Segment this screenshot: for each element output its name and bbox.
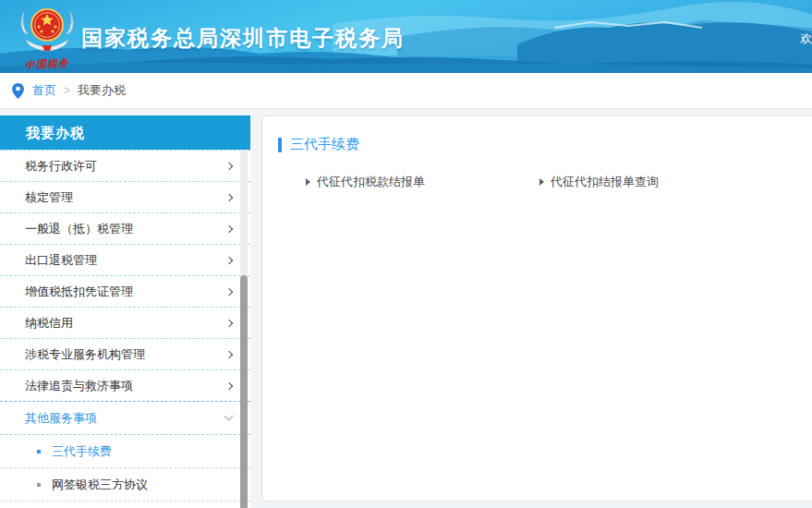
site-title: 国家税务总局深圳市电子税务局 <box>81 24 405 53</box>
sidebar-item-label: 出口退税管理 <box>25 252 97 269</box>
sidebar-scrollbar[interactable] <box>240 151 248 508</box>
sidebar-item-label: 核定管理 <box>25 189 73 206</box>
sidebar-subitem-label: 网签银税三方协议 <box>52 477 148 493</box>
sidebar-item-general-refund[interactable]: 一般退（抵）税管理 <box>0 212 250 244</box>
sidebar-item-label: 增值税抵扣凭证管理 <box>25 284 133 300</box>
chevron-right-icon <box>225 381 233 389</box>
bullet-icon <box>37 483 41 487</box>
breadcrumb-separator-icon: > <box>64 84 70 97</box>
sidebar-item-tax-admin-license[interactable]: 税务行政许可 <box>0 150 250 181</box>
chevron-right-icon <box>225 319 233 326</box>
link-withholding-settlement-query[interactable]: 代征代扣结报单查询 <box>539 174 659 190</box>
breadcrumb-current: 我要办税 <box>78 82 126 99</box>
chevron-right-icon <box>225 287 233 295</box>
sidebar-item-other-services[interactable]: 其他服务事项 <box>0 401 250 434</box>
chevron-down-icon <box>224 412 234 421</box>
sidebar-item-label: 其他服务事项 <box>25 410 97 427</box>
breadcrumb-home[interactable]: 首页 <box>32 82 56 99</box>
logo-caption: 中国税务 <box>15 55 80 73</box>
sidebar-subitem-label: 三代手续费 <box>52 443 112 460</box>
site-header: 中国税务 国家税务总局深圳市电子税务局 欢 <box>0 0 812 73</box>
sidebar-item-vat-deduction[interactable]: 增值税抵扣凭证管理 <box>0 275 250 307</box>
chevron-right-icon <box>225 162 233 169</box>
sidebar-item-label: 一般退（抵）税管理 <box>25 221 133 237</box>
page: 中国税务 国家税务总局深圳市电子税务局 欢 首页 > 我要办税 我要办税 税务行… <box>0 0 812 508</box>
link-label: 代征代扣结报单查询 <box>551 174 659 190</box>
sidebar-subitem-bank-tax-agreement[interactable]: 网签银税三方协议 <box>0 467 250 501</box>
header-right-text: 欢 <box>800 30 812 47</box>
section-header: 三代手续费 <box>278 136 812 153</box>
sidebar-item-label: 税务行政许可 <box>25 158 97 175</box>
chevron-right-icon <box>225 224 233 232</box>
breadcrumb: 首页 > 我要办税 <box>0 73 812 109</box>
tax-emblem-logo: 中国税务 <box>15 5 79 71</box>
sidebar-item-label: 涉税专业服务机构管理 <box>25 346 145 363</box>
tax-emblem-icon <box>17 5 78 56</box>
section-title: 三代手续费 <box>290 136 359 153</box>
sidebar: 我要办税 税务行政许可 核定管理 一般退（抵）税管理 出口退税管理 增值税抵扣凭… <box>0 115 250 508</box>
scrollbar-thumb[interactable] <box>240 275 248 508</box>
menu-divider <box>0 501 250 502</box>
sidebar-item-assessment-mgmt[interactable]: 核定管理 <box>0 181 250 212</box>
location-pin-icon <box>12 83 24 99</box>
sidebar-item-tax-service-org[interactable]: 涉税专业服务机构管理 <box>0 338 250 369</box>
sidebar-subitem-sandai-fee[interactable]: 三代手续费 <box>0 434 250 467</box>
triangle-bullet-icon <box>539 178 544 186</box>
bullet-icon <box>37 450 41 454</box>
section-links: 代征代扣税款结报单 代征代扣结报单查询 <box>262 166 812 203</box>
sidebar-item-tax-credit[interactable]: 纳税信用 <box>0 307 250 338</box>
link-label: 代征代扣税款结报单 <box>317 174 425 190</box>
link-withholding-settlement-form[interactable]: 代征代扣税款结报单 <box>306 174 425 190</box>
triangle-bullet-icon <box>306 178 310 186</box>
sidebar-item-legal-remedy[interactable]: 法律追责与救济事项 <box>0 369 250 401</box>
main-panel: 三代手续费 代征代扣税款结报单 代征代扣结报单查询 <box>261 115 812 502</box>
sidebar-item-export-refund[interactable]: 出口退税管理 <box>0 244 250 275</box>
chevron-right-icon <box>225 256 233 263</box>
sidebar-header: 我要办税 <box>0 115 250 150</box>
sidebar-item-label: 纳税信用 <box>25 315 73 332</box>
sidebar-item-label: 法律追责与救济事项 <box>25 378 133 394</box>
section-accent-bar <box>278 138 282 152</box>
chevron-right-icon <box>225 350 233 357</box>
chevron-right-icon <box>225 193 233 200</box>
